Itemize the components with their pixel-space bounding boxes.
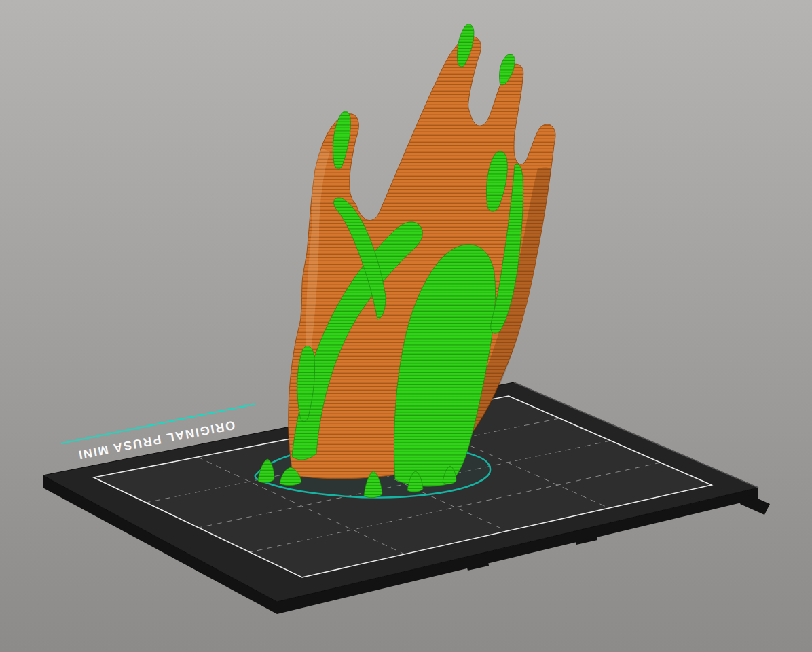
slicer-3d-viewport[interactable]: ORIGINAL PRUSA MINI — [0, 0, 812, 652]
scene-canvas[interactable]: ORIGINAL PRUSA MINI — [0, 0, 812, 652]
